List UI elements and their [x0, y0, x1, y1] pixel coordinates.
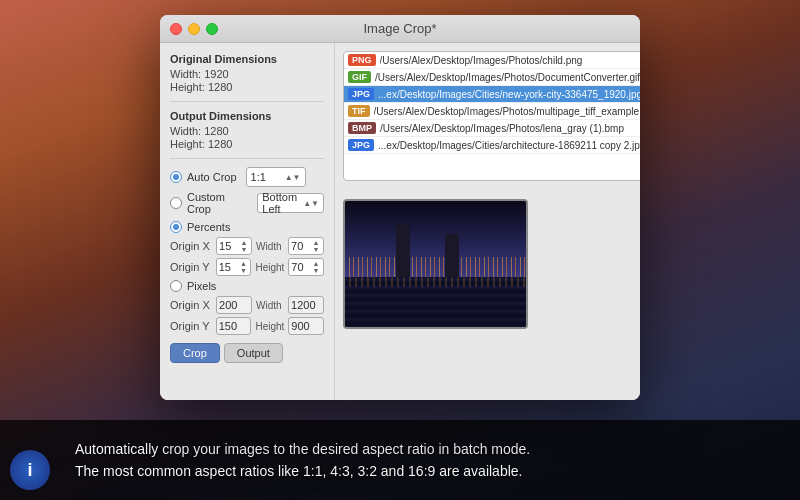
file-path: /Users/Alex/Desktop/Images/Photos/multip…: [374, 106, 641, 117]
origin-y-value: 15: [219, 261, 231, 273]
anchor-value: Bottom Left: [262, 191, 303, 215]
file-badge: GIF: [348, 71, 371, 83]
out-width-label: Width:: [170, 125, 201, 137]
width-stepper[interactable]: ▲▼: [311, 239, 321, 253]
origin-x-value: 15: [219, 240, 231, 252]
output-tab[interactable]: Output: [224, 343, 283, 363]
maximize-button[interactable]: [206, 23, 218, 35]
orig-width-row: Width: 1920: [170, 68, 324, 80]
auto-crop-option[interactable]: Auto Crop 1:1 ▲▼: [170, 167, 324, 187]
height-label-px: Height: [255, 262, 284, 273]
orig-width-label: Width:: [170, 68, 201, 80]
file-list-item[interactable]: JPG...ex/Desktop/Images/Cities/architect…: [344, 137, 640, 154]
anchor-arrow: ▲▼: [303, 199, 319, 208]
auto-crop-label: Auto Crop: [187, 171, 237, 183]
percent-y-row: Origin Y 15 ▲▼ Height 70 ▲▼: [170, 258, 324, 276]
original-dimensions-title: Original Dimensions: [170, 53, 324, 65]
file-list-item[interactable]: JPG...ex/Desktop/Images/Cities/new-york-…: [344, 86, 640, 103]
px-origin-y-label: Origin Y: [170, 320, 212, 332]
width-label-px: Width: [256, 241, 284, 252]
close-button[interactable]: [170, 23, 182, 35]
percents-radio[interactable]: [170, 221, 182, 233]
main-window: Image Crop* Original Dimensions Width: 1…: [160, 15, 640, 400]
custom-crop-radio[interactable]: [170, 197, 182, 209]
water-light-reflections: [345, 277, 526, 287]
bottom-tabs: Crop Output: [170, 343, 324, 363]
percents-option[interactable]: Percents: [170, 221, 324, 233]
titlebar: Image Crop*: [160, 15, 640, 43]
origin-y-label: Origin Y: [170, 261, 212, 273]
file-list[interactable]: PNG/Users/Alex/Desktop/Images/Photos/chi…: [343, 51, 640, 181]
bottom-bar: i Automatically crop your images to the …: [0, 420, 800, 500]
px-width-value: 1200: [291, 299, 315, 311]
px-width-label: Width: [256, 300, 284, 311]
pixels-option[interactable]: Pixels: [170, 280, 324, 292]
aspect-ratio-dropdown[interactable]: 1:1 ▲▼: [246, 167, 306, 187]
anchor-dropdown[interactable]: Bottom Left ▲▼: [257, 193, 324, 213]
px-x-row: Origin X 200 Width 1200: [170, 296, 324, 314]
origin-x-stepper[interactable]: ▲▼: [239, 239, 249, 253]
px-origin-x-value: 200: [219, 299, 237, 311]
aspect-ratio-value: 1:1: [251, 171, 266, 183]
traffic-lights: [170, 23, 218, 35]
auto-crop-radio[interactable]: [170, 171, 182, 183]
file-list-area: PNG/Users/Alex/Desktop/Images/Photos/chi…: [335, 43, 640, 199]
orig-height-row: Height: 1280: [170, 81, 324, 93]
width-value: 70: [291, 240, 303, 252]
height-stepper[interactable]: ▲▼: [311, 260, 321, 274]
window-body: Original Dimensions Width: 1920 Height: …: [160, 43, 640, 400]
px-y-row: Origin Y 150 Height 900: [170, 317, 324, 335]
file-path: /Users/Alex/Desktop/Images/Photos/Docume…: [375, 72, 640, 83]
file-badge: JPG: [348, 88, 374, 100]
origin-y-input[interactable]: 15 ▲▼: [216, 258, 252, 276]
out-height-label: Height:: [170, 138, 205, 150]
custom-crop-label: Custom Crop: [187, 191, 248, 215]
preview-image: [343, 199, 528, 329]
pixels-radio[interactable]: [170, 280, 182, 292]
px-height-value: 900: [291, 320, 309, 332]
divider2: [170, 158, 324, 159]
height-value: 70: [291, 261, 303, 273]
file-path: /Users/Alex/Desktop/Images/Photos/lena_g…: [380, 123, 624, 134]
px-origin-x-input[interactable]: 200: [216, 296, 252, 314]
crop-tab[interactable]: Crop: [170, 343, 220, 363]
file-list-item[interactable]: TIF/Users/Alex/Desktop/Images/Photos/mul…: [344, 103, 640, 120]
orig-height-value: 1280: [208, 81, 232, 93]
out-height-value: 1280: [208, 138, 232, 150]
minimize-button[interactable]: [188, 23, 200, 35]
px-width-input[interactable]: 1200: [288, 296, 324, 314]
file-list-item[interactable]: BMP/Users/Alex/Desktop/Images/Photos/len…: [344, 120, 640, 137]
px-origin-x-label: Origin X: [170, 299, 212, 311]
out-width-row: Width: 1280: [170, 125, 324, 137]
origin-y-stepper[interactable]: ▲▼: [238, 260, 248, 274]
width-input[interactable]: 70 ▲▼: [288, 237, 324, 255]
file-list-item[interactable]: PNG/Users/Alex/Desktop/Images/Photos/chi…: [344, 52, 640, 69]
percents-fields: Origin X 15 ▲▼ Width 70 ▲▼ Origin Y 15: [170, 237, 324, 276]
window-title: Image Crop*: [364, 21, 437, 36]
bottom-logo: i: [10, 450, 50, 490]
pixels-label: Pixels: [187, 280, 216, 292]
preview-area: [335, 199, 640, 400]
file-badge: TIF: [348, 105, 370, 117]
divider1: [170, 101, 324, 102]
bottom-text-line1: Automatically crop your images to the de…: [75, 438, 780, 460]
percent-x-row: Origin X 15 ▲▼ Width 70 ▲▼: [170, 237, 324, 255]
output-dimensions-title: Output Dimensions: [170, 110, 324, 122]
aspect-ratio-arrow: ▲▼: [285, 173, 301, 182]
left-panel: Original Dimensions Width: 1920 Height: …: [160, 43, 335, 400]
file-badge: PNG: [348, 54, 376, 66]
file-badge: BMP: [348, 122, 376, 134]
preview-water: [345, 277, 526, 327]
height-input[interactable]: 70 ▲▼: [288, 258, 324, 276]
custom-crop-option[interactable]: Custom Crop Bottom Left ▲▼: [170, 191, 324, 215]
px-origin-y-input[interactable]: 150: [216, 317, 252, 335]
bridge-tower1: [396, 224, 410, 279]
right-panel: PNG/Users/Alex/Desktop/Images/Photos/chi…: [335, 43, 640, 400]
origin-x-input[interactable]: 15 ▲▼: [216, 237, 252, 255]
bottom-text-line2: The most common aspect ratios like 1:1, …: [75, 460, 780, 482]
out-height-row: Height: 1280: [170, 138, 324, 150]
pixels-fields: Origin X 200 Width 1200 Origin Y 150 Hei…: [170, 296, 324, 335]
file-list-item[interactable]: GIF/Users/Alex/Desktop/Images/Photos/Doc…: [344, 69, 640, 86]
file-path: ...ex/Desktop/Images/Cities/architecture…: [378, 140, 640, 151]
px-height-input[interactable]: 900: [288, 317, 324, 335]
